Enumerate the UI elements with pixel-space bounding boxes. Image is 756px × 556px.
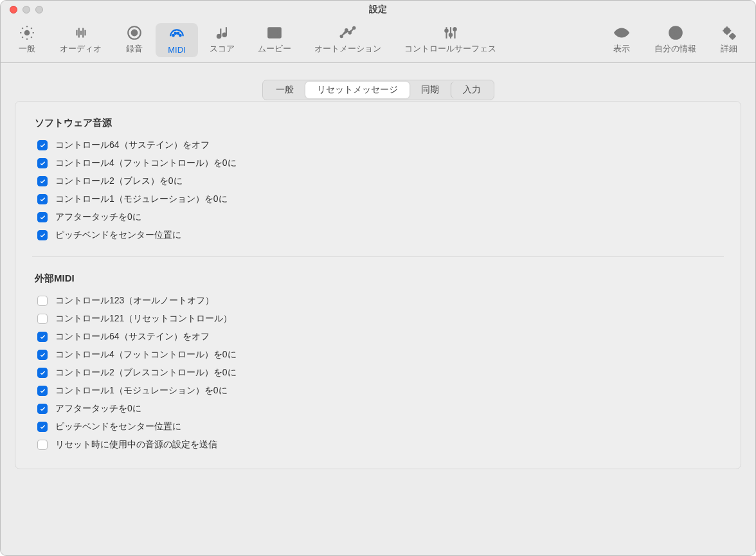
waveform-icon	[71, 25, 91, 40]
checkbox[interactable]	[37, 350, 48, 360]
record-icon	[125, 25, 144, 40]
checkbox[interactable]	[37, 314, 48, 324]
checkbox-label: ピッチベンドをセンター位置に	[55, 421, 181, 433]
check-row: ピッチベンドをセンター位置に	[37, 229, 721, 241]
checkbox-label: コントロール4（フットコントロール）を0に	[55, 157, 237, 169]
gear-icon	[17, 25, 37, 40]
minimize-button[interactable]	[22, 6, 30, 13]
user-circle-icon	[666, 25, 685, 40]
tab-audio[interactable]: オーディオ	[48, 21, 113, 57]
svg-point-14	[445, 30, 447, 32]
traffic-lights	[10, 6, 43, 13]
window-title: 設定	[1, 4, 755, 15]
tab-score[interactable]: スコア	[198, 21, 246, 57]
external-midi-list: コントロール123（オールノートオフ）コントロール121（リセットコントロール）…	[35, 295, 721, 451]
zoom-button[interactable]	[35, 6, 43, 13]
checkbox-label: コントロール121（リセットコントロール）	[55, 313, 232, 325]
svg-point-2	[132, 30, 138, 36]
checkbox[interactable]	[37, 422, 48, 432]
svg-point-0	[25, 31, 30, 35]
gears-icon	[719, 25, 739, 40]
settings-panel: ソフトウェア音源 コントロール64（サステイン）をオフコントロール4（フットコン…	[15, 101, 741, 469]
checkbox[interactable]	[37, 230, 48, 240]
eye-icon	[612, 25, 631, 40]
section-title-external-midi: 外部MIDI	[35, 273, 721, 285]
seg-input[interactable]: 入力	[451, 82, 492, 98]
toolbar: 一般 オーディオ 録音 MIDI スコア	[1, 19, 755, 63]
tab-label: MIDI	[168, 45, 185, 55]
tab-control-surfaces[interactable]: コントロールサーフェス	[393, 21, 508, 57]
tab-my-info[interactable]: 自分の情報	[643, 21, 708, 57]
svg-point-6	[179, 35, 181, 37]
seg-reset-messages[interactable]: リセットメッセージ	[305, 82, 410, 98]
checkbox-label: ピッチベンドをセンター位置に	[55, 229, 181, 241]
tab-display[interactable]: 表示	[600, 21, 643, 57]
sliders-icon	[441, 25, 460, 40]
svg-point-17	[620, 31, 624, 35]
tab-automation[interactable]: オートメーション	[303, 21, 393, 57]
tab-label: 自分の情報	[654, 43, 696, 55]
midi-icon	[167, 27, 186, 42]
titlebar: 設定	[1, 1, 755, 19]
check-row: コントロール4（フットコントロール）を0に	[37, 157, 721, 169]
check-row: アフタータッチを0に	[37, 403, 721, 415]
notes-icon	[213, 25, 232, 40]
automation-icon	[338, 25, 357, 40]
checkbox[interactable]	[37, 212, 48, 222]
tab-label: 録音	[126, 43, 143, 55]
checkbox-label: コントロール4（フットコントロール）を0に	[55, 349, 237, 361]
checkbox-label: コントロール2（ブレス）を0に	[55, 175, 183, 187]
svg-point-15	[449, 33, 451, 36]
checkbox[interactable]	[37, 158, 48, 168]
check-row: コントロール121（リセットコントロール）	[37, 313, 721, 325]
preferences-window: 設定 一般 オーディオ 録音 MIDI	[0, 0, 756, 556]
checkbox[interactable]	[37, 332, 48, 342]
checkbox-label: アフタータッチを0に	[55, 403, 141, 415]
checkbox[interactable]	[37, 176, 48, 186]
checkbox[interactable]	[37, 140, 48, 150]
check-row: コントロール123（オールノートオフ）	[37, 295, 721, 307]
checkbox[interactable]	[37, 386, 48, 396]
checkbox[interactable]	[37, 296, 48, 306]
checkbox[interactable]	[37, 368, 48, 378]
check-row: コントロール64（サステイン）をオフ	[37, 331, 721, 343]
close-button[interactable]	[10, 6, 17, 13]
svg-point-20	[724, 28, 730, 33]
svg-point-21	[730, 34, 735, 38]
tab-movie[interactable]: ムービー	[246, 21, 303, 57]
seg-sync[interactable]: 同期	[410, 82, 451, 98]
tab-label: 詳細	[721, 43, 737, 55]
svg-point-13	[353, 27, 355, 29]
checkbox[interactable]	[37, 440, 48, 450]
svg-point-10	[341, 35, 343, 37]
tab-recording[interactable]: 録音	[113, 21, 156, 57]
svg-point-11	[345, 29, 347, 31]
tab-general[interactable]: 一般	[6, 21, 48, 57]
software-instruments-list: コントロール64（サステイン）をオフコントロール4（フットコントロール）を0にコ…	[35, 139, 721, 241]
svg-point-3	[172, 35, 174, 37]
svg-point-5	[177, 33, 179, 35]
tab-midi[interactable]: MIDI	[156, 23, 198, 57]
svg-point-12	[349, 31, 351, 33]
check-row: アフタータッチを0に	[37, 211, 721, 223]
tab-label: スコア	[210, 43, 235, 55]
tab-label: 表示	[613, 43, 630, 55]
checkbox-label: コントロール64（サステイン）をオフ	[55, 139, 210, 151]
checkbox-label: リセット時に使用中の音源の設定を送信	[55, 439, 217, 451]
tab-label: オーディオ	[60, 43, 102, 55]
check-row: コントロール4（フットコントロール）を0に	[37, 349, 721, 361]
checkbox[interactable]	[37, 194, 48, 204]
tab-advanced[interactable]: 詳細	[708, 21, 750, 57]
tab-label: 一般	[19, 43, 35, 55]
check-row: ピッチベンドをセンター位置に	[37, 421, 721, 433]
separator	[32, 256, 724, 257]
checkbox[interactable]	[37, 404, 48, 414]
check-row: コントロール2（ブレス）を0に	[37, 175, 721, 187]
svg-rect-9	[268, 28, 281, 37]
seg-general[interactable]: 一般	[264, 82, 305, 98]
checkbox-label: アフタータッチを0に	[55, 211, 141, 223]
content-area: 一般 リセットメッセージ 同期 入力 ソフトウェア音源 コントロール64（サステ…	[1, 63, 755, 555]
svg-point-19	[673, 30, 678, 34]
check-row: コントロール64（サステイン）をオフ	[37, 139, 721, 151]
tab-label: オートメーション	[314, 43, 381, 55]
